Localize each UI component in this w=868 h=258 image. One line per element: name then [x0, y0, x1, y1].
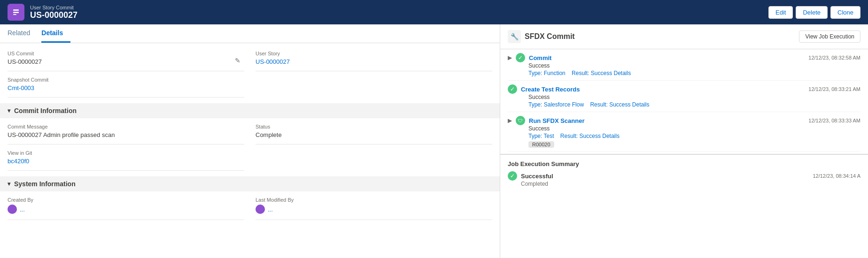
summary-title: Job Execution Summary	[508, 160, 860, 167]
step-time-scanner: 12/12/23, 08:33:33 AM	[808, 118, 860, 123]
spacer2	[256, 150, 492, 176]
step-detail-scanner: Success Type: Test Result: Success Detai…	[508, 125, 860, 139]
job-execution-summary: Job Execution Summary ✓ Successful 12/12…	[500, 154, 868, 193]
result-label-test-records: Result:	[590, 101, 607, 108]
result-value-commit[interactable]: Success Details	[591, 70, 631, 76]
header-title: US-0000027	[30, 10, 78, 20]
tab-related[interactable]: Related	[8, 24, 38, 43]
job-step-commit: ▶ ✓ Commit 12/12/23, 08:32:58 AM Success…	[508, 49, 860, 81]
header-title-block: User Story Commit US-0000027	[30, 5, 78, 20]
app-icon	[8, 4, 24, 21]
summary-row: ✓ Successful 12/12/23, 08:34:14 A	[508, 171, 860, 181]
row-1: US Commit US-0000027 ✎ User Story US-000…	[8, 51, 492, 77]
step-header-test-records: ✓ Create Test Records 12/12/23, 08:33:21…	[508, 84, 860, 94]
summary-left: ✓ Successful	[508, 171, 553, 181]
edit-icon[interactable]: ✎	[235, 57, 240, 64]
row-2: Snapshot Commit Cmt-0003	[8, 77, 492, 103]
last-modified-value: ...	[256, 205, 492, 214]
result-value-scanner[interactable]: Success Details	[580, 133, 620, 139]
svg-rect-1	[13, 9, 19, 11]
commit-row-2: View in Git bc420f0	[8, 150, 492, 176]
spacer	[256, 77, 492, 103]
step-time-commit: 12/12/23, 08:32:58 AM	[808, 55, 860, 61]
tab-details[interactable]: Details	[41, 24, 70, 43]
header-left: User Story Commit US-0000027	[8, 4, 78, 21]
right-panel-title: SFDX Commit	[525, 32, 575, 41]
status-field: Status Complete	[256, 124, 492, 144]
svg-rect-2	[13, 12, 19, 13]
user-story-field: User Story US-0000027	[256, 51, 492, 71]
step-toggle-scanner[interactable]: ▶	[508, 117, 512, 124]
shield-icon-scanner: 🛡	[516, 116, 525, 125]
step-toggle-commit[interactable]: ▶	[508, 54, 512, 61]
user-story-label: User Story	[256, 51, 492, 56]
step-type-commit: Type: Function Result: Success Details	[528, 70, 860, 76]
step-type-scanner: Type: Test Result: Success Details	[528, 133, 860, 139]
svg-rect-3	[13, 14, 16, 15]
result-label-commit: Result:	[572, 70, 589, 76]
app-header: User Story Commit US-0000027 Edit Delete…	[0, 0, 868, 24]
commit-message-value: US-0000027 Admin profile passed scan	[8, 131, 244, 138]
step-name-test-records[interactable]: Create Test Records	[521, 86, 580, 93]
commit-message-field: Commit Message US-0000027 Admin profile …	[8, 124, 244, 144]
view-job-execution-button[interactable]: View Job Execution	[799, 30, 860, 43]
right-panel-header: 🔧 SFDX Commit View Job Execution	[500, 24, 868, 49]
last-modified-field: Last Modified By ...	[256, 197, 492, 220]
summary-success-icon: ✓	[508, 171, 517, 181]
created-by-field: Created By ...	[8, 197, 244, 220]
summary-completed: Completed	[508, 181, 860, 187]
step-header-left-test-records: ✓ Create Test Records	[508, 84, 580, 94]
summary-status: Successful	[521, 173, 553, 180]
job-step-scanner: ▶ 🛡 Run SFDX Scanner 12/12/23, 08:33:33 …	[508, 112, 860, 152]
created-by-name: ...	[20, 206, 25, 213]
snapshot-commit-field: Snapshot Commit Cmt-0003	[8, 77, 244, 98]
main-layout: Related Details US Commit US-0000027 ✎ U…	[0, 24, 868, 258]
system-info-section-header: ▾ System Information	[0, 176, 500, 191]
step-name-scanner[interactable]: Run SFDX Scanner	[529, 117, 584, 124]
system-info-toggle[interactable]: ▾	[8, 181, 10, 187]
us-commit-label: US Commit	[8, 51, 244, 56]
commit-info-content: Commit Message US-0000027 Admin profile …	[0, 118, 500, 176]
type-value-scanner: Test	[543, 133, 554, 139]
created-by-value: ...	[8, 205, 244, 214]
commit-info-title: Commit Information	[14, 107, 77, 114]
step-time-test-records: 12/12/23, 08:33:21 AM	[808, 86, 860, 92]
last-modified-name: ...	[268, 206, 273, 213]
form-content: US Commit US-0000027 ✎ User Story US-000…	[0, 43, 500, 103]
type-value-commit: Function	[544, 70, 566, 76]
view-in-git-value[interactable]: bc420f0	[8, 158, 244, 165]
step-header-left-scanner: ▶ 🛡 Run SFDX Scanner	[508, 116, 584, 125]
step-status-test-records: Success	[528, 94, 860, 100]
created-by-label: Created By	[8, 197, 244, 203]
step-detail-test-records: Success Type: Salesforce Flow Result: Su…	[508, 94, 860, 108]
snapshot-commit-value[interactable]: Cmt-0003	[8, 84, 244, 91]
summary-time: 12/12/23, 08:34:14 A	[813, 173, 860, 179]
step-name-commit[interactable]: Commit	[529, 54, 551, 61]
system-info-title: System Information	[14, 180, 76, 188]
left-panel: Related Details US Commit US-0000027 ✎ U…	[0, 24, 500, 258]
success-icon-commit: ✓	[516, 53, 525, 62]
us-commit-value: US-0000027	[8, 58, 244, 65]
clone-button[interactable]: Clone	[830, 6, 860, 19]
view-in-git-field: View in Git bc420f0	[8, 150, 244, 171]
view-in-git-label: View in Git	[8, 150, 244, 156]
system-row-1: Created By ... Last Modified By ...	[8, 197, 492, 226]
header-subtitle: User Story Commit	[30, 5, 78, 10]
success-icon-test-records: ✓	[508, 84, 517, 94]
delete-button[interactable]: Delete	[796, 6, 828, 19]
status-label: Status	[256, 124, 492, 129]
step-header-scanner: ▶ 🛡 Run SFDX Scanner 12/12/23, 08:33:33 …	[508, 116, 860, 125]
result-label-scanner: Result:	[560, 133, 578, 139]
type-label-commit: Type:	[528, 70, 542, 76]
user-story-value[interactable]: US-0000027	[256, 58, 492, 65]
right-header-left: 🔧 SFDX Commit	[508, 30, 575, 43]
edit-button[interactable]: Edit	[768, 6, 793, 19]
snapshot-commit-label: Snapshot Commit	[8, 77, 244, 83]
commit-info-toggle[interactable]: ▾	[8, 107, 10, 114]
status-value: Complete	[256, 131, 492, 138]
result-value-test-records[interactable]: Success Details	[609, 101, 649, 108]
job-step-test-records: ✓ Create Test Records 12/12/23, 08:33:21…	[508, 81, 860, 112]
right-panel: 🔧 SFDX Commit View Job Execution ▶ ✓ Com…	[500, 24, 868, 258]
type-label-test-records: Type:	[528, 101, 542, 108]
header-actions: Edit Delete Clone	[768, 6, 860, 19]
